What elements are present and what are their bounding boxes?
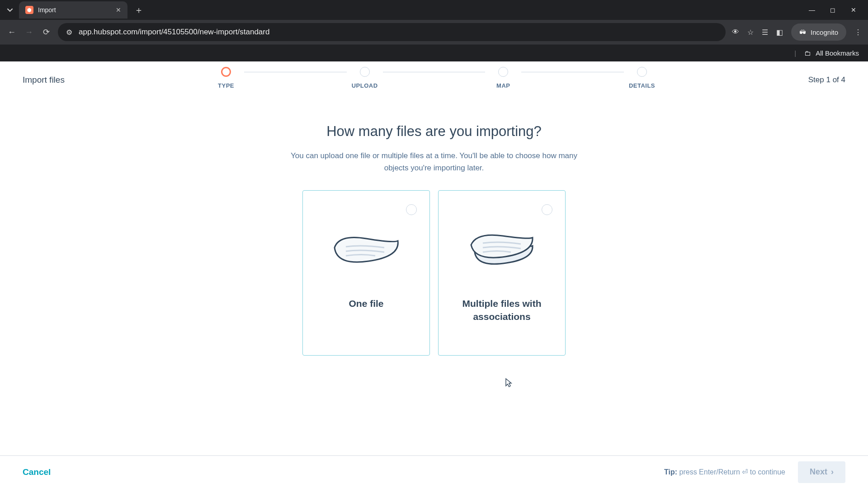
url-text: app.hubspot.com/import/45105500/new-impo…	[79, 28, 269, 37]
step-label: DETAILS	[629, 82, 655, 89]
incognito-indicator[interactable]: 🕶 Incognito	[791, 23, 846, 41]
tracking-protection-icon[interactable]: 👁	[732, 28, 739, 36]
step-type[interactable]: TYPE	[208, 67, 244, 89]
side-panel-icon[interactable]: ◧	[776, 28, 783, 37]
window-controls: ― ◻ ✕	[807, 6, 864, 14]
incognito-label: Incognito	[811, 28, 838, 36]
step-circle-icon	[498, 67, 508, 77]
incognito-icon: 🕶	[799, 28, 806, 36]
progress-stepper: TYPE UPLOAD MAP DETAILS	[208, 67, 660, 89]
next-label: Next	[810, 467, 827, 477]
tip-body: press Enter/Return ⏎ to continue	[679, 468, 785, 476]
page-title: Import files	[23, 75, 65, 85]
step-label: MAP	[496, 82, 510, 89]
card-one-file[interactable]: One file	[302, 190, 430, 356]
cancel-button[interactable]: Cancel	[23, 467, 51, 477]
tab-title: Import	[38, 6, 56, 14]
all-bookmarks-label[interactable]: All Bookmarks	[816, 49, 859, 57]
step-label: UPLOAD	[352, 82, 378, 89]
one-file-illustration	[303, 202, 429, 293]
tip-text: Tip: press Enter/Return ⏎ to continue	[664, 468, 785, 476]
tab-close-icon[interactable]: ✕	[116, 6, 121, 14]
tab-strip: ⬢ Import ✕ ＋ ― ◻ ✕	[0, 0, 868, 20]
card-multiple-files[interactable]: Multiple files with associations	[438, 190, 566, 356]
site-settings-icon[interactable]: ⚙	[66, 28, 72, 37]
bookmarks-bar: | 🗀 All Bookmarks	[0, 44, 868, 61]
option-cards: One file Multiple files with association…	[0, 190, 868, 356]
stepper-bar: Import files Step 1 of 4 TYPE UPLOAD MAP	[0, 61, 868, 99]
close-window-button[interactable]: ✕	[849, 6, 858, 14]
cursor-icon	[504, 378, 513, 387]
bookmarks-divider: |	[794, 49, 796, 57]
step-counter: Step 1 of 4	[808, 75, 845, 84]
multiple-files-illustration	[439, 202, 565, 293]
maximize-button[interactable]: ◻	[828, 6, 837, 14]
back-button[interactable]: ←	[6, 28, 17, 37]
question-heading: How many files are you importing?	[0, 123, 868, 140]
tip-prefix: Tip:	[664, 468, 677, 476]
tab-search-button[interactable]	[4, 4, 16, 16]
step-details[interactable]: DETAILS	[624, 67, 660, 89]
step-circle-icon	[221, 67, 231, 77]
card-label: One file	[340, 297, 392, 310]
reading-list-icon[interactable]: ☰	[762, 28, 768, 37]
hubspot-favicon: ⬢	[25, 6, 33, 14]
step-upload[interactable]: UPLOAD	[347, 67, 383, 89]
step-label: TYPE	[218, 82, 234, 89]
browser-toolbar: ← → ⟳ ⚙ app.hubspot.com/import/45105500/…	[0, 20, 868, 44]
step-map[interactable]: MAP	[485, 67, 521, 89]
page-content: Import files Step 1 of 4 TYPE UPLOAD MAP	[0, 61, 868, 455]
next-button[interactable]: Next ›	[798, 461, 845, 483]
content-area: How many files are you importing? You ca…	[0, 99, 868, 356]
step-circle-icon	[637, 67, 647, 77]
forward-button[interactable]: →	[24, 28, 34, 37]
bookmark-star-icon[interactable]: ☆	[747, 28, 754, 37]
address-bar[interactable]: ⚙ app.hubspot.com/import/45105500/new-im…	[58, 23, 726, 41]
all-bookmarks-folder-icon[interactable]: 🗀	[804, 49, 811, 57]
new-tab-button[interactable]: ＋	[132, 3, 146, 17]
chevron-right-icon: ›	[831, 467, 834, 477]
tab-import[interactable]: ⬢ Import ✕	[19, 1, 127, 19]
question-subtext: You can upload one file or multiple file…	[280, 150, 588, 174]
browser-chrome: ⬢ Import ✕ ＋ ― ◻ ✕ ← → ⟳ ⚙ app.hubspot.c…	[0, 0, 868, 61]
browser-menu-icon[interactable]: ⋮	[854, 28, 862, 37]
reload-button[interactable]: ⟳	[41, 27, 52, 37]
card-label: Multiple files with associations	[439, 297, 565, 323]
minimize-button[interactable]: ―	[807, 6, 816, 14]
step-circle-icon	[360, 67, 370, 77]
footer-bar: Cancel Tip: press Enter/Return ⏎ to cont…	[0, 455, 868, 488]
